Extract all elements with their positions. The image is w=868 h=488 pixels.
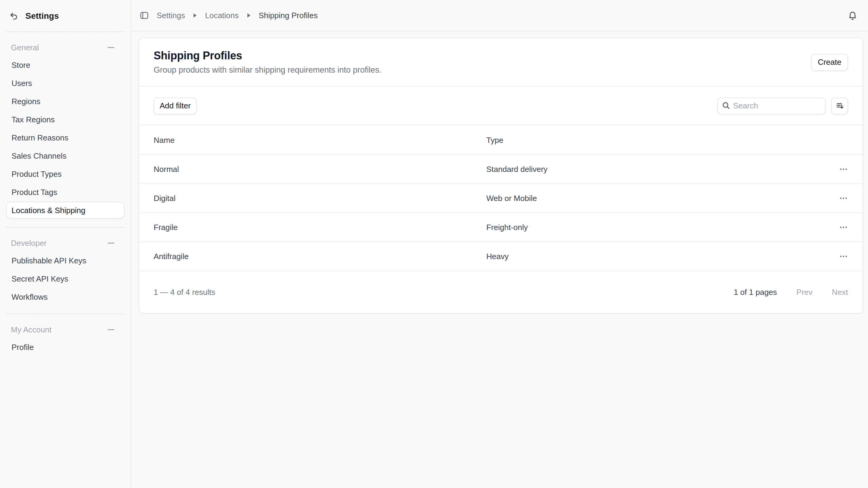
column-header-type: Type bbox=[486, 135, 835, 144]
notifications-button[interactable] bbox=[848, 10, 857, 20]
magnifier-icon bbox=[722, 102, 730, 109]
pagination: 1 of 1 pages Prev Next bbox=[734, 288, 848, 297]
cell-name: Antifragile bbox=[139, 252, 486, 261]
sidebar-item-publishable-api-keys[interactable]: Publishable API Keys bbox=[6, 252, 125, 269]
sidebar-item-store[interactable]: Store bbox=[6, 56, 125, 73]
sort-button[interactable] bbox=[831, 97, 848, 114]
search-input[interactable] bbox=[717, 97, 826, 114]
sidebar-item-workflows[interactable]: Workflows bbox=[6, 288, 125, 305]
panel-left-icon bbox=[140, 11, 149, 20]
page-title: Shipping Profiles bbox=[154, 50, 381, 62]
shipping-profiles-table: Name Type Normal Standard delivery bbox=[139, 125, 863, 270]
card-header: Shipping Profiles Group products with si… bbox=[139, 38, 863, 87]
chevron-right-icon bbox=[247, 13, 251, 18]
cell-name: Digital bbox=[139, 194, 486, 203]
undo-arrow-icon bbox=[9, 11, 18, 20]
sidebar-section-developer: Developer Publishable API Keys Secret AP… bbox=[6, 228, 125, 305]
cell-name: Fragile bbox=[139, 223, 486, 232]
table-toolbar: Add filter bbox=[139, 87, 863, 125]
cell-type: Web or Mobile bbox=[486, 194, 835, 203]
table-header-row: Name Type bbox=[139, 125, 863, 154]
sidebar-item-label: Regions bbox=[11, 96, 40, 106]
main-area: Settings Locations Shipping Profiles bbox=[131, 0, 868, 488]
sidebar-item-label: Sales Channels bbox=[11, 151, 66, 160]
settings-app: Settings General Store Users Regions Tax… bbox=[0, 0, 868, 488]
topbar: Settings Locations Shipping Profiles bbox=[131, 0, 868, 31]
table-row-normal[interactable]: Normal Standard delivery bbox=[139, 154, 863, 183]
sidebar-item-return-reasons[interactable]: Return Reasons bbox=[6, 129, 125, 146]
section-label: Developer bbox=[11, 238, 47, 247]
breadcrumb-settings[interactable]: Settings bbox=[157, 11, 185, 20]
table-row-antifragile[interactable]: Antifragile Heavy bbox=[139, 241, 863, 270]
sidebar-section-my-account: My Account Profile bbox=[6, 314, 125, 355]
cell-type: Freight-only bbox=[486, 223, 835, 232]
ellipsis-icon bbox=[839, 252, 848, 261]
row-actions-button[interactable] bbox=[835, 248, 852, 265]
row-actions-button[interactable] bbox=[835, 161, 852, 178]
row-actions-button[interactable] bbox=[835, 219, 852, 236]
section-label: General bbox=[11, 43, 39, 52]
sidebar-section-general: General Store Users Regions Tax Regions … bbox=[6, 32, 125, 219]
minus-icon bbox=[107, 325, 115, 333]
column-header-name: Name bbox=[139, 135, 486, 144]
row-actions-button[interactable] bbox=[835, 190, 852, 207]
section-header-general: General bbox=[6, 39, 125, 55]
results-count: 1 — 4 of 4 results bbox=[154, 288, 215, 297]
sidebar-item-label: Workflows bbox=[11, 292, 48, 301]
toolbar-right bbox=[717, 97, 848, 114]
sidebar-item-locations-shipping[interactable]: Locations & Shipping bbox=[6, 202, 125, 219]
sidebar-item-sales-channels[interactable]: Sales Channels bbox=[6, 147, 125, 164]
prev-page-button[interactable]: Prev bbox=[796, 288, 812, 297]
table-row-digital[interactable]: Digital Web or Mobile bbox=[139, 183, 863, 212]
collapse-section-button[interactable] bbox=[107, 43, 115, 51]
breadcrumb-shipping-profiles: Shipping Profiles bbox=[258, 11, 317, 20]
sidebar-toggle-button[interactable] bbox=[140, 11, 149, 20]
page-subtitle: Group products with similar shipping req… bbox=[154, 65, 381, 75]
page-info: 1 of 1 pages bbox=[734, 288, 777, 297]
cell-type: Standard delivery bbox=[486, 165, 835, 174]
cell-type: Heavy bbox=[486, 252, 835, 261]
sidebar-item-label: Tax Regions bbox=[11, 115, 55, 124]
ellipsis-icon bbox=[839, 223, 848, 232]
back-button[interactable] bbox=[9, 11, 18, 20]
collapse-section-button[interactable] bbox=[107, 239, 115, 247]
sidebar-item-profile[interactable]: Profile bbox=[6, 339, 125, 355]
table-row-fragile[interactable]: Fragile Freight-only bbox=[139, 212, 863, 241]
sidebar-item-users[interactable]: Users bbox=[6, 75, 125, 91]
sidebar-item-label: Secret API Keys bbox=[11, 274, 68, 283]
add-filter-button[interactable]: Add filter bbox=[154, 97, 197, 114]
breadcrumb: Settings Locations Shipping Profiles bbox=[157, 11, 317, 20]
ellipsis-icon bbox=[839, 194, 848, 203]
sidebar-item-regions[interactable]: Regions bbox=[6, 93, 125, 110]
collapse-section-button[interactable] bbox=[107, 325, 115, 333]
sidebar-item-label: Profile bbox=[11, 342, 34, 351]
section-header-developer: Developer bbox=[6, 235, 125, 251]
sidebar-item-product-types[interactable]: Product Types bbox=[6, 165, 125, 182]
card-header-text: Shipping Profiles Group products with si… bbox=[154, 50, 381, 75]
sidebar-item-label: Product Tags bbox=[11, 188, 57, 197]
bell-icon bbox=[848, 10, 857, 20]
shipping-profiles-card: Shipping Profiles Group products with si… bbox=[138, 37, 863, 314]
table-footer: 1 — 4 of 4 results 1 of 1 pages Prev Nex… bbox=[139, 270, 863, 313]
section-label: My Account bbox=[11, 325, 52, 334]
sort-descending-icon bbox=[835, 101, 844, 110]
sidebar-item-label: Product Types bbox=[11, 169, 62, 178]
create-button[interactable]: Create bbox=[811, 54, 848, 70]
sidebar-header: Settings bbox=[0, 0, 131, 31]
next-page-button[interactable]: Next bbox=[832, 288, 848, 297]
search-field bbox=[717, 97, 826, 114]
page-content: Shipping Profiles Group products with si… bbox=[131, 31, 868, 488]
breadcrumb-locations[interactable]: Locations bbox=[205, 11, 239, 20]
sidebar-item-label: Users bbox=[11, 78, 32, 87]
sidebar-title: Settings bbox=[25, 11, 59, 21]
sidebar-item-label: Locations & Shipping bbox=[11, 205, 85, 214]
sidebar-item-tax-regions[interactable]: Tax Regions bbox=[6, 111, 125, 128]
chevron-right-icon bbox=[193, 13, 197, 18]
minus-icon bbox=[107, 239, 115, 247]
ellipsis-icon bbox=[839, 165, 848, 174]
sidebar-item-label: Publishable API Keys bbox=[11, 256, 86, 265]
section-header-my-account: My Account bbox=[6, 321, 125, 337]
sidebar-item-product-tags[interactable]: Product Tags bbox=[6, 183, 125, 200]
sidebar-item-secret-api-keys[interactable]: Secret API Keys bbox=[6, 270, 125, 287]
settings-sidebar: Settings General Store Users Regions Tax… bbox=[0, 0, 131, 488]
